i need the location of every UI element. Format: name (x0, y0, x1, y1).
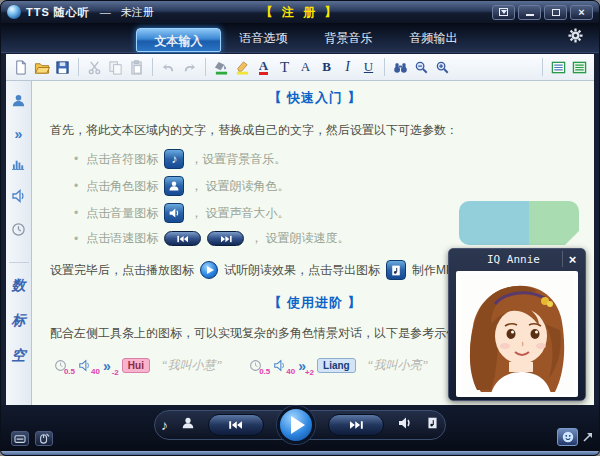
player-bar: ♪ (1, 405, 599, 453)
sidebar-divider (9, 262, 29, 263)
zoom-in-button[interactable] (432, 57, 453, 78)
rewind-icon (164, 231, 201, 246)
list-view-button[interactable] (548, 57, 569, 78)
tray-icon (499, 8, 508, 16)
cut-button[interactable] (84, 57, 105, 78)
font-size-large-button[interactable]: T (274, 57, 295, 78)
redo-button[interactable] (179, 57, 200, 78)
maximize-icon (552, 9, 560, 16)
bullet-music: 点击音符图标 ♪ ，设置背景音乐。 (74, 149, 582, 169)
fast-forward-button[interactable] (328, 414, 384, 436)
tab-bar: 文本输入 语音选项 背景音乐 音频输出 (1, 23, 599, 53)
minimize-button[interactable] (518, 5, 541, 20)
export-mp3-button[interactable] (426, 416, 439, 434)
zoom-out-button[interactable] (411, 57, 432, 78)
window-bottom-frame (1, 451, 599, 455)
rewind-button[interactable] (208, 414, 264, 436)
app-logo-icon (7, 5, 21, 19)
tab-text-input[interactable]: 文本输入 (136, 28, 221, 52)
background-music-button[interactable]: ♪ (161, 417, 168, 433)
example-pause-icon: 0.5 (249, 359, 262, 372)
app-title: TTS 随心听 (26, 5, 90, 20)
intro-text: 首先，将此文本区域内的文字，替换成自己的文字，然后设置以下可选参数： (50, 122, 582, 139)
sidebar-vertical-label: 空 (12, 347, 26, 365)
drive-tray-button[interactable] (11, 431, 29, 446)
assistant-portrait (456, 271, 578, 397)
sidebar-equalizer-icon[interactable] (11, 156, 26, 174)
maximize-button[interactable] (544, 5, 567, 20)
sidebar-vertical-label: 数 (12, 277, 26, 295)
example-volume-icon: 40 (273, 359, 287, 372)
mouse-edit-button[interactable] (35, 431, 53, 446)
voice-tag-hui: Hui (122, 358, 150, 373)
fill-color-button[interactable] (211, 57, 232, 78)
example-pause-icon: 0.5 (54, 359, 67, 372)
example-speed-icon: »-2 (103, 359, 111, 373)
status-bar-left (11, 431, 53, 446)
save-button[interactable] (52, 57, 73, 78)
example-quote: “我叫小慧” (161, 357, 222, 374)
font-size-small-button[interactable]: A (295, 57, 316, 78)
tab-audio-output[interactable]: 音频输出 (391, 23, 476, 53)
font-color-button[interactable]: A (253, 57, 274, 78)
volume-speaker-icon (164, 203, 184, 223)
music-note-icon: ♪ (164, 149, 184, 169)
role-person-icon (164, 176, 184, 196)
tab-voice-options[interactable]: 语音选项 (221, 23, 306, 53)
close-icon: × (578, 7, 584, 18)
app-window: TTS 随心听 — 未注册 【 注 册 】 × 文本输入 语音选项 背景音乐 音… (0, 0, 600, 456)
export-mp3-icon (386, 260, 406, 280)
sidebar-speed-icon[interactable]: » (15, 127, 23, 141)
voice-role-button[interactable] (181, 416, 195, 434)
undo-button[interactable] (158, 57, 179, 78)
bullet-role: 点击角色图标 ， 设置朗读角色。 (74, 176, 582, 196)
example-speed-icon: »+2 (298, 359, 306, 373)
resize-grip[interactable] (583, 428, 593, 446)
title-separator: — (100, 6, 111, 18)
find-button[interactable] (390, 57, 411, 78)
sidebar-vertical-label: 标 (12, 312, 26, 330)
fast-forward-icon (207, 231, 244, 246)
toolbar: A T A B I U (6, 54, 594, 81)
notification-balloon (459, 201, 579, 245)
settings-gear-icon[interactable] (568, 28, 583, 47)
transport-pill: ♪ (154, 410, 446, 440)
copy-button[interactable] (105, 57, 126, 78)
status-bar-right (557, 428, 593, 446)
underline-button[interactable]: U (358, 57, 379, 78)
tab-background-music[interactable]: 背景音乐 (306, 23, 391, 53)
sidebar-pause-clock-icon[interactable] (11, 222, 26, 241)
play-button[interactable] (277, 406, 315, 444)
new-file-button[interactable] (10, 57, 31, 78)
assistant-close-button[interactable]: × (562, 251, 582, 267)
sidebar-role-icon[interactable] (11, 93, 26, 112)
close-button[interactable]: × (570, 5, 593, 20)
voice-tag-liang: Liang (317, 358, 356, 373)
minimize-icon (526, 14, 534, 16)
list-detail-button[interactable] (569, 57, 590, 78)
paste-button[interactable] (126, 57, 147, 78)
play-icon (200, 261, 218, 279)
open-file-button[interactable] (31, 57, 52, 78)
quick-start-heading: 【 快速入门 】 (48, 89, 582, 107)
sidebar-volume-icon[interactable] (11, 189, 27, 207)
registration-status: 未注册 (121, 5, 154, 20)
example-volume-icon: 40 (78, 359, 92, 372)
assistant-toggle-button[interactable] (557, 428, 578, 446)
example-quote: “我叫小亮” (367, 357, 428, 374)
volume-button[interactable] (397, 416, 413, 434)
assistant-window[interactable]: IQ Annie × (448, 248, 586, 401)
minimize-to-tray-button[interactable] (492, 5, 515, 20)
bold-button[interactable]: B (316, 57, 337, 78)
title-bar[interactable]: TTS 随心听 — 未注册 【 注 册 】 × (1, 1, 599, 23)
italic-button[interactable]: I (337, 57, 358, 78)
highlight-color-button[interactable] (232, 57, 253, 78)
sidebar: » 数 标 空 (6, 81, 32, 405)
